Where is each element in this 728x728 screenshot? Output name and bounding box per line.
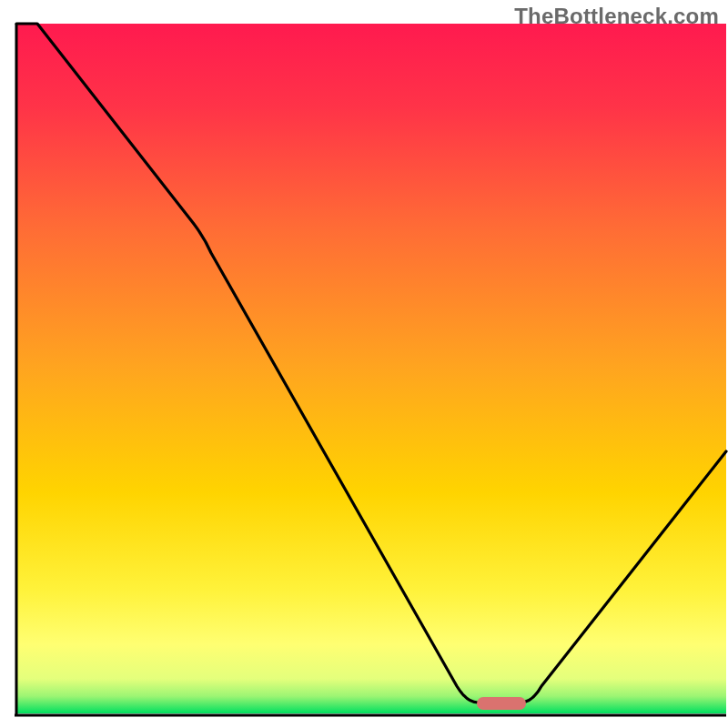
gradient-background <box>16 24 726 713</box>
bottleneck-chart: TheBottleneck.com <box>0 0 728 728</box>
plot-area <box>16 24 726 713</box>
chart-svg <box>0 0 728 728</box>
optimal-marker <box>477 697 526 710</box>
watermark-text: TheBottleneck.com <box>514 4 719 29</box>
